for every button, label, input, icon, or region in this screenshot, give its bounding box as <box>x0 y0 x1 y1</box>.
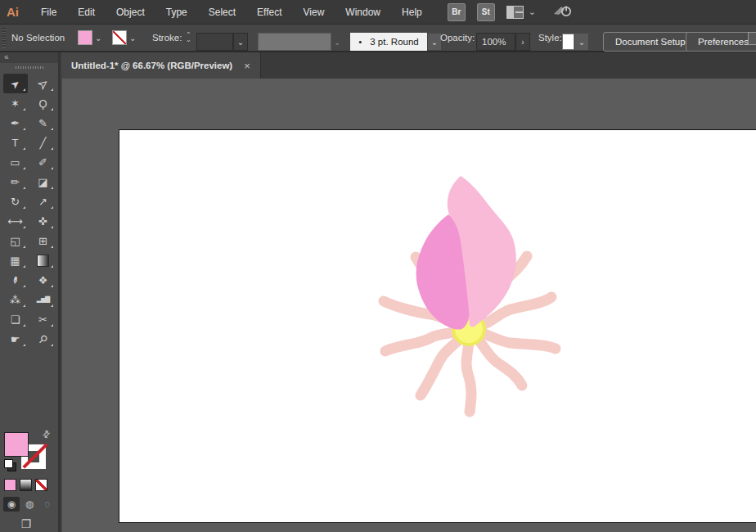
artboard <box>119 129 756 523</box>
menu-edit[interactable]: Edit <box>67 0 106 25</box>
document-tab-title: Untitled-1* @ 66.67% (RGB/Preview) <box>71 61 232 70</box>
color-proxy[interactable] <box>4 479 16 491</box>
draw-normal-button[interactable]: ◉ <box>3 497 20 512</box>
fill-color-dropdown[interactable]: ⌄ <box>78 25 104 51</box>
chevron-down-icon[interactable]: ⌄ <box>233 33 248 51</box>
rotate-tool[interactable]: ↻ <box>3 192 28 211</box>
menu-type[interactable]: Type <box>155 0 198 25</box>
perspective-grid-tool[interactable]: ⊞ <box>31 231 56 250</box>
canvas-pasteboard <box>61 79 756 532</box>
menu-file[interactable]: File <box>30 0 67 25</box>
style-combo[interactable]: ⌄ <box>562 29 589 55</box>
brush-definition-combo[interactable]: • 3 pt. Round ⌄ <box>350 29 442 55</box>
rotate-icon: ↻ <box>11 196 20 207</box>
stroke-weight-stepper[interactable]: ⌃ ⌄ <box>186 25 191 51</box>
artboard-tool[interactable]: ❏ <box>3 309 28 329</box>
swap-fill-stroke-icon[interactable]: ⇄ <box>40 428 53 441</box>
hand-tool[interactable]: ☛ <box>3 329 28 349</box>
draw-behind-button[interactable]: ◍ <box>21 497 38 512</box>
perspective-grid-icon: ⊞ <box>38 236 47 246</box>
menu-help[interactable]: Help <box>391 0 433 25</box>
pen-tool[interactable]: ✒ <box>3 113 28 133</box>
gradient-tool[interactable] <box>31 250 56 270</box>
menu-select[interactable]: Select <box>198 0 246 25</box>
chevron-down-icon: ⌄ <box>331 38 343 47</box>
pencil-tool[interactable]: ✏ <box>3 172 28 192</box>
puppet-warp-icon: ✜ <box>38 216 47 227</box>
shape-builder-tool[interactable]: ◱ <box>3 231 28 250</box>
menu-window[interactable]: Window <box>335 0 391 25</box>
type-tool[interactable]: T <box>3 133 28 152</box>
default-fill-stroke-icon[interactable] <box>4 459 16 471</box>
opacity-arrow-icon[interactable]: › <box>515 33 530 51</box>
control-bar-grip[interactable] <box>2 28 6 47</box>
color-type-row <box>4 479 47 491</box>
blend-tool[interactable]: ❖ <box>31 270 56 290</box>
preferences-button[interactable]: Preferences <box>686 29 756 55</box>
stroke-weight-combo[interactable]: ⌄ <box>196 29 248 55</box>
paintbrush-tool[interactable]: ✐ <box>31 152 56 172</box>
shape-builder-icon: ◱ <box>10 236 20 246</box>
opacity-field[interactable]: 100% › <box>476 29 530 55</box>
rectangle-tool[interactable]: ▭ <box>3 152 28 172</box>
stroke-label: Stroke: <box>152 25 182 51</box>
gradient-proxy[interactable] <box>20 479 32 491</box>
panel-grip[interactable] <box>16 66 43 69</box>
paintbrush-icon: ✐ <box>38 157 47 168</box>
stepper-down-icon[interactable]: ⌄ <box>186 38 191 43</box>
stock-button[interactable]: St <box>477 3 495 21</box>
mesh-tool[interactable]: ▦ <box>3 250 28 270</box>
line-segment-tool[interactable]: ╱ <box>31 133 56 152</box>
eraser-icon: ◪ <box>38 177 47 187</box>
menu-view[interactable]: View <box>293 0 335 25</box>
gpu-performance-icon[interactable] <box>552 3 574 21</box>
zoom-tool[interactable]: ⚲ <box>31 329 56 349</box>
draw-inside-button[interactable]: ◌ <box>39 497 56 512</box>
workspace-switcher[interactable]: ⌄ <box>506 6 536 19</box>
control-bar: No Selection ⌄ ⌄ Stroke: ⌃ ⌄ ⌄ ⌄ • <box>0 25 756 52</box>
pencil-icon: ✏ <box>11 177 20 187</box>
symbol-sprayer-tool[interactable]: ⁂ <box>3 290 28 309</box>
bridge-button[interactable]: Br <box>448 3 466 21</box>
none-proxy[interactable] <box>35 479 47 491</box>
eyedropper-icon: ✒ <box>9 275 21 286</box>
width-tool[interactable]: ⟷ <box>3 211 28 231</box>
magic-wand-tool[interactable]: ✶ <box>3 93 28 113</box>
document-setup-button[interactable]: Document Setup <box>603 29 698 55</box>
menu-effect[interactable]: Effect <box>246 0 292 25</box>
opacity-value[interactable]: 100% <box>476 33 515 51</box>
menu-bar: Ai FileEditObjectTypeSelectEffectViewWin… <box>0 0 756 25</box>
artboard-icon: ❏ <box>11 314 20 325</box>
direct-selection-icon: ➤ <box>36 77 50 91</box>
screen-mode-button[interactable]: ❐ <box>0 517 52 530</box>
document-tab[interactable]: Untitled-1* @ 66.67% (RGB/Preview) × <box>61 52 261 79</box>
app-logo[interactable]: Ai <box>7 5 19 19</box>
style-label: Style: <box>538 25 562 51</box>
stroke-color-dropdown[interactable]: ⌄ <box>112 25 138 51</box>
chevron-down-icon[interactable]: ⌄ <box>574 33 589 51</box>
mesh-icon: ▦ <box>10 255 20 266</box>
slice-tool[interactable]: ✂ <box>31 309 56 329</box>
menu-items: FileEditObjectTypeSelectEffectViewWindow… <box>30 0 433 25</box>
stroke-none-swatch <box>112 30 127 45</box>
selection-tool[interactable]: ➤ <box>3 74 28 93</box>
panel-toggle-icon[interactable] <box>748 32 756 45</box>
direct-selection-tool[interactable]: ➤ <box>31 74 56 93</box>
panel-collapse-button[interactable]: « <box>0 52 58 63</box>
magic-wand-icon: ✶ <box>11 98 20 109</box>
menu-object[interactable]: Object <box>106 0 155 25</box>
curvature-tool[interactable]: ✎ <box>31 113 56 133</box>
document-tab-bar: Untitled-1* @ 66.67% (RGB/Preview) × <box>61 52 756 79</box>
eraser-tool[interactable]: ◪ <box>31 172 56 192</box>
chevron-down-icon: ⌄ <box>92 34 104 43</box>
lasso-tool[interactable]: Ϙ <box>31 93 56 113</box>
puppet-warp-tool[interactable]: ✜ <box>31 211 56 231</box>
scale-tool[interactable]: ↗ <box>31 192 56 211</box>
fill-proxy-swatch[interactable] <box>4 432 29 457</box>
close-icon[interactable]: × <box>244 61 250 71</box>
selection-icon: ➤ <box>8 77 22 91</box>
fill-swatch <box>78 30 92 45</box>
column-graph-tool[interactable]: ▂▅▇ <box>31 290 56 309</box>
eyedropper-tool[interactable]: ✒ <box>3 270 28 290</box>
brush-definition-value: 3 pt. Round <box>370 37 418 47</box>
